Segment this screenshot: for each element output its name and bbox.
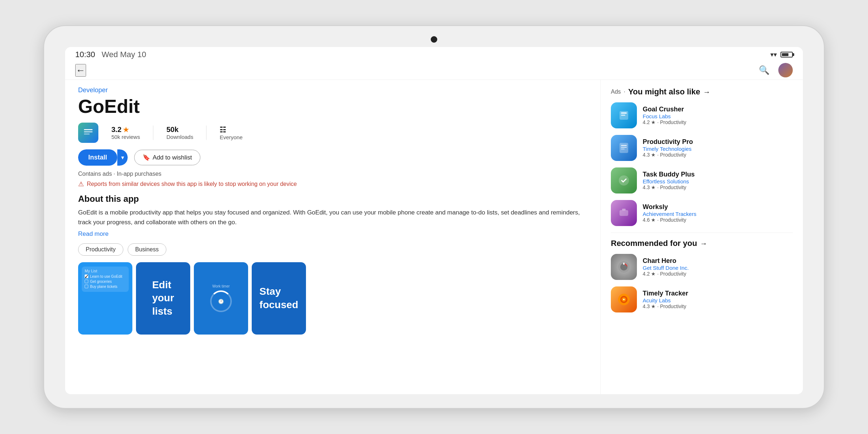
- tag-productivity[interactable]: Productivity: [78, 243, 123, 256]
- main-content: Developer GoEdit 3.2: [65, 80, 803, 394]
- chart-hero-dev: Get Stuff Done Inc.: [643, 265, 689, 271]
- task-buddy-name: Task Buddy Plus: [643, 171, 695, 178]
- timely-tracker-meta: 4.3 ★ · Productivity: [643, 303, 688, 309]
- app-item-chart-hero[interactable]: Chart Hero Get Stuff Done Inc. 4.2 ★ · P…: [611, 254, 793, 280]
- left-panel: Developer GoEdit 3.2: [65, 80, 600, 394]
- nav-actions: 🔍: [759, 63, 793, 77]
- goal-crusher-info: Goal Crusher Focus Labs 4.2 ★ · Producti…: [643, 106, 686, 125]
- screenshot-list: My List ✓ Learn to use GoEdit Get grocer…: [78, 262, 132, 335]
- meta-audience: ☷ Everyone: [220, 125, 242, 140]
- task-buddy-dev: Effortless Solutions: [643, 178, 695, 184]
- app-item-task-buddy[interactable]: Task Buddy Plus Effortless Solutions 4.3…: [611, 167, 793, 193]
- warning-text: Reports from similar devices show this a…: [87, 181, 297, 187]
- chart-hero-info: Chart Hero Get Stuff Done Inc. 4.2 ★ · P…: [643, 257, 689, 277]
- read-more-link[interactable]: Read more: [78, 230, 587, 238]
- tag-business[interactable]: Business: [128, 243, 166, 256]
- svg-rect-8: [620, 143, 628, 153]
- install-btn-group: Install ▾: [78, 149, 128, 166]
- ads-separator: ·: [624, 89, 625, 95]
- developer-link[interactable]: Developer: [78, 86, 587, 94]
- list-item-1: ✓ Learn to use GoEdit: [85, 275, 126, 278]
- worksly-meta: 4.6 ★ · Productivity: [643, 217, 696, 223]
- might-also-like-arrow[interactable]: →: [703, 88, 710, 96]
- audience-icon: ☷: [220, 125, 226, 134]
- warning-row: ⚠ Reports from similar devices show this…: [78, 180, 587, 188]
- svg-point-21: [623, 299, 625, 300]
- ads-label: Ads: [611, 89, 621, 95]
- timer-num: 🕐: [218, 299, 224, 304]
- divider-2: [206, 125, 207, 140]
- screenshot-edit: Edityourlists: [136, 262, 190, 335]
- app-item-goal-crusher[interactable]: Goal Crusher Focus Labs 4.2 ★ · Producti…: [611, 102, 793, 128]
- app-title: GoEdit: [78, 96, 587, 117]
- screenshots-row: My List ✓ Learn to use GoEdit Get grocer…: [78, 262, 587, 335]
- app-item-worksly[interactable]: Worksly Achievement Trackers 4.6 ★ · Pro…: [611, 200, 793, 226]
- might-also-like-header: Ads · You might also like →: [611, 87, 793, 97]
- timely-tracker-icon: [611, 286, 637, 312]
- audience-label: Everyone: [220, 134, 242, 140]
- warning-icon: ⚠: [78, 180, 84, 188]
- chart-hero-meta: 4.2 ★ · Productivity: [643, 271, 689, 277]
- svg-rect-2: [84, 131, 93, 132]
- list-header-text: My List: [85, 269, 126, 273]
- worksly-dev: Achievement Trackers: [643, 211, 696, 217]
- might-also-like-title: You might also like: [628, 87, 700, 97]
- goal-crusher-name: Goal Crusher: [643, 106, 686, 113]
- avatar[interactable]: [778, 63, 793, 77]
- task-buddy-icon: [611, 167, 637, 193]
- timely-tracker-name: Timely Tracker: [643, 290, 688, 297]
- search-icon[interactable]: 🔍: [759, 65, 770, 75]
- divider-1: [153, 125, 153, 140]
- worksly-name: Worksly: [643, 203, 696, 211]
- install-button[interactable]: Install: [78, 149, 117, 166]
- svg-rect-3: [84, 133, 90, 135]
- about-text: GoEdit is a mobile productivity app that…: [78, 208, 587, 227]
- worksly-icon: [611, 200, 637, 226]
- checkbox-2: [85, 280, 88, 283]
- downloads-label: Downloads: [166, 134, 193, 140]
- goal-crusher-meta: 4.2 ★ · Productivity: [643, 119, 686, 125]
- about-title: About this app: [78, 194, 587, 204]
- svg-rect-17: [623, 263, 625, 265]
- list-ui: My List ✓ Learn to use GoEdit Get grocer…: [82, 267, 129, 292]
- status-time: 10:30: [75, 50, 95, 59]
- status-date: Wed May 10: [102, 50, 146, 59]
- app-meta-row: 3.2 ★ 50k reviews 50k Downloads ☷ Everyo…: [78, 123, 587, 143]
- recommended-arrow[interactable]: →: [700, 239, 707, 248]
- goal-crusher-dev: Focus Labs: [643, 113, 686, 119]
- status-icons: ▾▾: [770, 51, 793, 59]
- checkbox-3: [85, 285, 88, 288]
- goal-crusher-icon: [611, 102, 637, 128]
- edit-screenshot-text: Edityourlists: [146, 273, 180, 324]
- bookmark-icon: 🔖: [142, 154, 150, 161]
- list-item-3: Buy plane tickets: [85, 285, 126, 289]
- tablet-device: 10:30 Wed May 10 ▾▾ ← 🔍 Developer: [43, 25, 825, 409]
- wishlist-button[interactable]: 🔖 Add to wishlist: [134, 150, 200, 165]
- reviews-label: 50k reviews: [111, 134, 140, 140]
- recommended-header: Recommended for you →: [611, 239, 793, 248]
- wifi-icon: ▾▾: [770, 51, 777, 59]
- productivity-pro-icon: [611, 135, 637, 161]
- app-item-timely-tracker[interactable]: Timely Tracker Acuity Labs 4.3 ★ · Produ…: [611, 286, 793, 312]
- meta-rating: 3.2 ★ 50k reviews: [111, 125, 140, 140]
- app-item-productivity-pro[interactable]: Productivity Pro Timely Technologies 4.3…: [611, 135, 793, 161]
- task-buddy-info: Task Buddy Plus Effortless Solutions 4.3…: [643, 171, 695, 190]
- timer-visual: Work timer 🕐: [194, 262, 248, 335]
- svg-rect-10: [621, 147, 627, 148]
- productivity-pro-dev: Timely Technologies: [643, 146, 693, 152]
- back-button[interactable]: ←: [75, 64, 86, 77]
- list-item-text-3: Buy plane tickets: [90, 285, 118, 289]
- task-buddy-meta: 4.3 ★ · Productivity: [643, 184, 695, 190]
- svg-rect-1: [84, 129, 93, 130]
- svg-rect-13: [620, 210, 628, 216]
- list-item-text-2: Get groceries: [90, 280, 112, 284]
- checkbox-1: ✓: [85, 275, 88, 278]
- meta-downloads: 50k Downloads: [166, 125, 193, 140]
- install-dropdown[interactable]: ▾: [117, 149, 128, 166]
- list-item-text-1: Learn to use GoEdit: [90, 275, 122, 278]
- camera: [431, 36, 437, 43]
- tag-row: Productivity Business: [78, 243, 587, 256]
- wishlist-label: Add to wishlist: [153, 154, 192, 161]
- section-divider: [611, 233, 793, 233]
- screenshot-focus: Stayfocused: [252, 262, 306, 335]
